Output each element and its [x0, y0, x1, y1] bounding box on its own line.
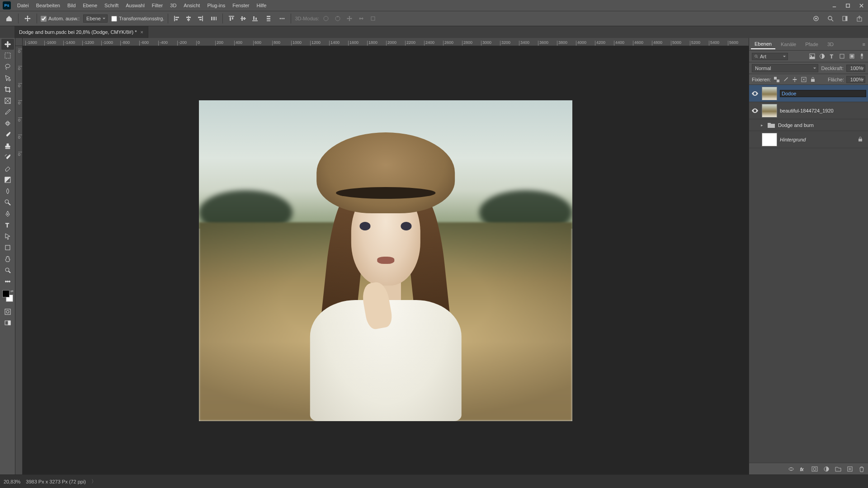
zoom-tool[interactable] — [1, 265, 14, 276]
blend-mode-dropdown[interactable]: Normal — [752, 64, 818, 72]
dodge-tool[interactable] — [1, 197, 14, 208]
distribute-v-icon[interactable] — [264, 14, 274, 23]
visibility-toggle[interactable] — [751, 107, 759, 115]
filter-pixel-icon[interactable] — [808, 53, 816, 60]
layer-filter-type-dropdown[interactable]: Art — [752, 53, 788, 60]
group-disclosure-icon[interactable]: ▸ — [759, 123, 764, 127]
layer-fx-icon[interactable]: fx — [799, 465, 807, 473]
layers-list[interactable]: beautiful-1844724_1920 ▸ Dodge and burn … — [749, 85, 868, 463]
menu-auswahl[interactable]: Auswahl — [122, 0, 148, 11]
filter-type-icon[interactable]: T — [828, 53, 835, 60]
filter-shape-icon[interactable] — [838, 53, 845, 60]
add-mask-icon[interactable] — [811, 465, 818, 473]
window-maximize[interactable] — [841, 0, 854, 11]
shape-tool[interactable] — [1, 242, 14, 253]
gradient-tool[interactable] — [1, 174, 14, 185]
visibility-toggle[interactable] — [751, 136, 759, 144]
filter-smart-icon[interactable] — [848, 53, 855, 60]
ruler-origin[interactable] — [15, 38, 23, 46]
filter-adjustment-icon[interactable] — [818, 53, 826, 60]
tab-kanaele[interactable]: Kanäle — [777, 40, 800, 49]
window-minimize[interactable] — [827, 0, 841, 11]
layer-row-beautiful[interactable]: beautiful-1844724_1920 — [749, 102, 868, 119]
document-tab[interactable]: Dodge and burn.psdc bei 20,8% (Dodge, CM… — [14, 26, 148, 38]
screenmode-tool[interactable] — [1, 318, 14, 328]
lock-pixels-icon[interactable] — [782, 76, 789, 83]
panel-menu-icon[interactable]: ≡ — [860, 40, 868, 49]
brush-tool[interactable] — [1, 129, 14, 140]
layer-name[interactable]: Hintergrund — [780, 137, 858, 142]
link-layers-icon[interactable] — [788, 465, 795, 473]
menu-3d[interactable]: 3D — [166, 0, 180, 11]
menu-datei[interactable]: Datei — [14, 0, 33, 11]
swap-colors-icon[interactable]: ⇄ — [10, 289, 14, 293]
new-group-icon[interactable] — [835, 465, 842, 473]
menu-fenster[interactable]: Fenster — [229, 0, 253, 11]
layer-name[interactable]: Dodge and burn — [778, 122, 866, 128]
move-tool-indicator[interactable] — [22, 13, 33, 24]
quickmask-tool[interactable] — [1, 306, 14, 317]
fill-value[interactable]: 100% — [846, 76, 865, 83]
edit-toolbar[interactable] — [1, 276, 14, 287]
canvas[interactable] — [23, 46, 749, 474]
menu-ansicht[interactable]: Ansicht — [180, 0, 203, 11]
auto-select-checkbox[interactable]: Autom. ausw.: — [41, 16, 80, 22]
layer-row-dodge[interactable] — [749, 85, 868, 102]
menu-hilfe[interactable]: Hilfe — [253, 0, 270, 11]
healing-tool[interactable] — [1, 118, 14, 129]
share-icon[interactable] — [854, 14, 864, 23]
align-top-icon[interactable] — [226, 14, 236, 23]
zoom-level[interactable]: 20,83% — [4, 479, 20, 484]
lasso-tool[interactable] — [1, 61, 14, 72]
status-more-icon[interactable]: 〉 — [91, 478, 96, 485]
distribute-h-icon[interactable] — [209, 14, 219, 23]
delete-layer-icon[interactable] — [858, 465, 865, 473]
type-tool[interactable]: T — [1, 220, 14, 230]
menu-ebene[interactable]: Ebene — [79, 0, 101, 11]
layer-name[interactable]: beautiful-1844724_1920 — [780, 108, 866, 113]
foreground-color[interactable] — [2, 290, 9, 297]
layer-thumbnail[interactable] — [762, 104, 777, 117]
crop-tool[interactable] — [1, 84, 14, 95]
filter-toggle-switch[interactable] — [858, 53, 865, 60]
eyedropper-tool[interactable] — [1, 107, 14, 117]
pen-tool[interactable] — [1, 208, 14, 219]
visibility-toggle[interactable] — [751, 89, 759, 98]
tab-3d[interactable]: 3D — [824, 40, 837, 49]
marquee-tool[interactable] — [1, 50, 14, 61]
visibility-toggle[interactable] — [751, 121, 759, 129]
history-brush-tool[interactable] — [1, 152, 14, 163]
menu-bearbeiten[interactable]: Bearbeiten — [33, 0, 64, 11]
doc-dimensions[interactable]: 3983 Px x 3273 Px (72 ppi) — [26, 479, 86, 484]
ruler-vertical[interactable]: 0000000 — [15, 46, 23, 474]
search-icon[interactable] — [826, 14, 835, 23]
align-center-v-icon[interactable] — [238, 14, 248, 23]
home-button[interactable] — [4, 13, 14, 24]
auto-select-target-dropdown[interactable]: Ebene — [83, 14, 108, 23]
cloud-docs-icon[interactable] — [811, 14, 821, 23]
adjustment-layer-icon[interactable] — [823, 465, 830, 473]
blur-tool[interactable] — [1, 186, 14, 197]
move-tool[interactable] — [1, 39, 14, 50]
layer-thumbnail[interactable] — [762, 87, 777, 100]
close-tab-icon[interactable]: × — [141, 29, 143, 35]
align-right-icon[interactable] — [195, 14, 205, 23]
hand-tool[interactable] — [1, 253, 14, 264]
stamp-tool[interactable] — [1, 141, 14, 151]
transform-controls-checkbox[interactable]: Transformationsstrg. — [111, 16, 164, 22]
align-left-icon[interactable] — [172, 14, 182, 23]
lock-position-icon[interactable] — [791, 76, 798, 83]
more-align-icon[interactable] — [277, 14, 287, 23]
ruler-horizontal[interactable]: -1800-1600-1400-1200-1000-800-600-400-20… — [23, 38, 749, 46]
tab-ebenen[interactable]: Ebenen — [751, 39, 775, 49]
path-select-tool[interactable] — [1, 231, 14, 242]
quick-select-tool[interactable] — [1, 73, 14, 84]
lock-artboard-icon[interactable] — [800, 76, 807, 83]
tab-pfade[interactable]: Pfade — [802, 40, 822, 49]
frame-tool[interactable] — [1, 95, 14, 106]
menu-plugins[interactable]: Plug-ins — [203, 0, 229, 11]
align-bottom-icon[interactable] — [250, 14, 260, 23]
menu-filter[interactable]: Filter — [148, 0, 166, 11]
layer-thumbnail[interactable] — [762, 133, 777, 146]
eraser-tool[interactable] — [1, 163, 14, 174]
